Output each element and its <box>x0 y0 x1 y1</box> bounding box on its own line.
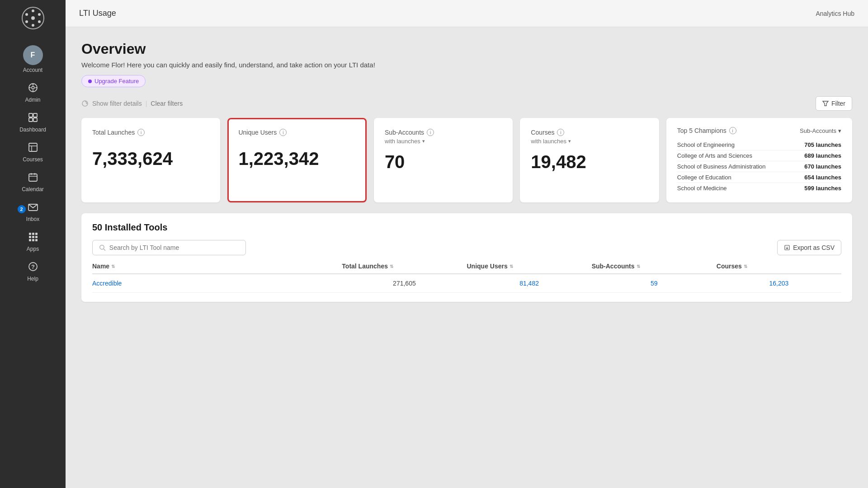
stat-card-header-total: Total Launches i <box>92 129 209 136</box>
courses-title: Courses <box>531 129 554 136</box>
show-filter-details[interactable]: Show filter details <box>92 100 142 107</box>
svg-rect-33 <box>32 239 34 241</box>
admin-icon <box>28 82 38 95</box>
page-title: Overview <box>81 41 852 57</box>
top5-row-2-launches: 670 launches <box>804 163 841 170</box>
sidebar-item-admin-label: Admin <box>25 97 40 103</box>
top5-row-2-name: School of Business Administration <box>677 163 766 170</box>
sidebar-item-courses[interactable]: Courses <box>0 137 66 167</box>
col-header-name[interactable]: Name ⇅ <box>92 263 342 270</box>
col-total-launches-label: Total Launches <box>342 263 388 270</box>
top5-info-icon[interactable]: i <box>729 127 736 134</box>
sub-accounts-chevron[interactable]: ▾ <box>422 138 425 144</box>
stat-card-header-unique: Unique Users i <box>238 129 355 136</box>
filter-button[interactable]: Filter <box>816 96 852 111</box>
svg-rect-28 <box>35 233 38 235</box>
dashboard-icon <box>28 112 38 125</box>
row-0-sub-accounts[interactable]: 59 <box>592 280 717 287</box>
top5-row-4-name: School of Medicine <box>677 185 727 192</box>
avatar: F <box>23 45 43 65</box>
sidebar-item-apps[interactable]: Apps <box>0 227 66 257</box>
svg-point-6 <box>25 20 28 23</box>
svg-rect-30 <box>32 236 34 238</box>
filter-left: Show filter details | Clear filters <box>81 100 183 107</box>
sidebar-item-account[interactable]: F Account <box>0 41 66 78</box>
search-input[interactable] <box>109 244 239 251</box>
row-0-name[interactable]: Accredible <box>92 280 342 287</box>
sidebar-item-admin[interactable]: Admin <box>0 78 66 108</box>
top5-row-0: School of Engineering 705 launches <box>677 140 841 150</box>
upgrade-dot <box>88 80 92 83</box>
sidebar-item-courses-label: Courses <box>23 156 43 163</box>
sidebar-item-dashboard[interactable]: Dashboard <box>0 108 66 137</box>
svg-rect-17 <box>33 118 37 122</box>
clear-filters-link[interactable]: Clear filters <box>151 100 183 107</box>
top5-row-3: College of Education 654 launches <box>677 172 841 183</box>
sub-accounts-subtitle: with launches <box>385 138 420 145</box>
col-total-sort: ⇅ <box>390 264 393 269</box>
filter-separator: | <box>146 100 147 107</box>
tools-section: 50 Installed Tools Export as CSV <box>81 213 852 302</box>
col-sub-accounts-label: Sub-Accounts <box>592 263 635 270</box>
courses-info-icon[interactable]: i <box>557 129 564 136</box>
top5-row-0-launches: 705 launches <box>804 141 841 148</box>
filter-row: Show filter details | Clear filters Filt… <box>81 96 852 111</box>
apps-icon <box>28 231 38 244</box>
search-box[interactable] <box>92 240 246 255</box>
top5-title-text: Top 5 Champions <box>677 127 726 134</box>
svg-rect-31 <box>35 236 38 238</box>
inbox-badge: 2 <box>18 205 26 213</box>
svg-rect-34 <box>35 239 38 241</box>
col-name-label: Name <box>92 263 109 270</box>
table-row: Accredible 271,605 81,482 59 16,203 <box>92 274 841 293</box>
courses-chevron[interactable]: ▾ <box>568 138 571 144</box>
top5-dropdown[interactable]: Sub-Accounts ▾ <box>800 127 841 134</box>
col-courses-sort: ⇅ <box>744 264 747 269</box>
search-icon <box>99 244 106 251</box>
total-launches-info-icon[interactable]: i <box>137 129 145 136</box>
top5-card: Top 5 Champions i Sub-Accounts ▾ School … <box>666 118 852 202</box>
col-header-total-launches[interactable]: Total Launches ⇅ <box>342 263 467 270</box>
sidebar-item-calendar[interactable]: Calendar <box>0 167 66 197</box>
export-csv-button[interactable]: Export as CSV <box>777 240 841 255</box>
unique-users-value: 1,223,342 <box>238 149 355 169</box>
inbox-icon: 2 <box>28 202 38 214</box>
col-header-unique-users[interactable]: Unique Users ⇅ <box>467 263 591 270</box>
sub-accounts-value: 70 <box>385 152 502 172</box>
calendar-icon <box>28 172 38 184</box>
top5-chevron: ▾ <box>838 127 841 134</box>
col-unique-sort: ⇅ <box>509 264 513 269</box>
sidebar-item-apps-label: Apps <box>27 246 39 252</box>
top-header: LTI Usage Analytics Hub <box>66 0 868 27</box>
sidebar-item-help[interactable]: ? Help <box>0 257 66 286</box>
sidebar-item-help-label: Help <box>27 276 38 282</box>
upgrade-button[interactable]: Upgrade Feature <box>81 75 146 87</box>
stat-card-courses-subtitle: with launches ▾ <box>531 138 648 145</box>
top5-dropdown-label: Sub-Accounts <box>800 127 836 134</box>
sub-accounts-title: Sub-Accounts <box>385 129 424 136</box>
upgrade-label: Upgrade Feature <box>94 78 139 84</box>
analytics-hub-link[interactable]: Analytics Hub <box>816 10 854 17</box>
sub-accounts-info-icon[interactable]: i <box>427 129 434 136</box>
svg-point-2 <box>32 9 34 12</box>
stat-card-courses: Courses i with launches ▾ 19,482 <box>520 118 659 202</box>
top5-title: Top 5 Champions i <box>677 127 736 134</box>
row-0-unique-users[interactable]: 81,482 <box>467 280 591 287</box>
stats-row: Total Launches i 7,333,624 Unique Users … <box>81 118 852 202</box>
top5-row-3-name: College of Education <box>677 174 731 181</box>
row-0-courses[interactable]: 16,203 <box>717 280 841 287</box>
total-launches-title: Total Launches <box>92 129 135 136</box>
svg-point-39 <box>100 245 104 249</box>
unique-users-info-icon[interactable]: i <box>279 129 287 136</box>
col-header-sub-accounts[interactable]: Sub-Accounts ⇅ <box>592 263 717 270</box>
sidebar-item-account-label: Account <box>23 67 42 73</box>
col-header-courses[interactable]: Courses ⇅ <box>717 263 841 270</box>
courses-icon <box>28 142 38 155</box>
sidebar-item-inbox[interactable]: 2 Inbox <box>0 197 66 227</box>
sidebar-logo[interactable] <box>19 5 47 32</box>
main-content: Overview Welcome Flor! Here you can quic… <box>66 27 868 488</box>
svg-rect-26 <box>29 233 31 235</box>
courses-value: 19,482 <box>531 152 648 172</box>
stat-card-sub-subtitle: with launches ▾ <box>385 138 502 145</box>
col-name-sort: ⇅ <box>111 264 115 269</box>
